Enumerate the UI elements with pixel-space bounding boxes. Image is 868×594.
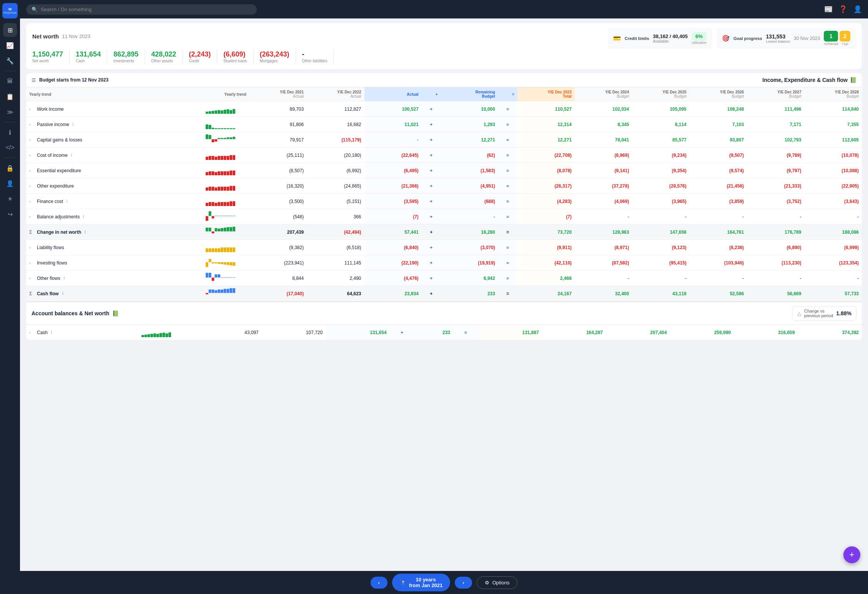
sidebar-item-trend[interactable]: 📈 [3, 38, 17, 52]
cell-0: 43,097 [205, 325, 262, 340]
th-y2028: Y/E Dec 2028Budget [804, 87, 862, 101]
expand-icon[interactable]: › [29, 122, 35, 127]
period-selector-button[interactable]: 🔭 10 yearsfrom Jan 2021 [392, 574, 450, 591]
chart-finance-cost [192, 194, 249, 209]
svg-rect-44 [215, 172, 218, 175]
cell-5: = [498, 286, 517, 301]
expand-icon[interactable]: › [29, 214, 35, 220]
expand-icon[interactable]: › [29, 276, 35, 281]
expand-icon[interactable]: › [29, 183, 35, 189]
svg-rect-6 [224, 110, 226, 114]
svg-rect-60 [233, 186, 235, 191]
section2-icon[interactable]: 📗 [112, 310, 119, 316]
expand-icon[interactable]: › [29, 153, 35, 158]
row-label-cash: ›Cashℹ [26, 325, 108, 340]
expand-icon[interactable]: › [29, 168, 35, 173]
info-icon[interactable]: ℹ [62, 291, 63, 296]
cell-10: (3,752) [747, 194, 804, 209]
sidebar-item-code[interactable]: </> [3, 141, 17, 155]
add-button[interactable]: + [843, 546, 860, 563]
cell-6: (26,317) [517, 178, 575, 194]
options-button[interactable]: ⚙ Options [477, 576, 518, 589]
th-y2023: Y/E Dec 2023Total [517, 87, 575, 101]
svg-rect-67 [224, 202, 226, 206]
svg-rect-101 [230, 247, 233, 252]
svg-rect-63 [212, 202, 215, 206]
expand-icon[interactable]: › [29, 199, 35, 204]
svg-rect-19 [233, 128, 235, 129]
cell-7: (8,971) [575, 240, 632, 255]
info-icon[interactable]: ℹ [72, 122, 74, 127]
expand-icon[interactable]: › [29, 137, 35, 143]
sidebar-item-bank[interactable]: 🏛 [3, 74, 17, 88]
logo[interactable]: W POSITION [2, 3, 18, 18]
goal-widget: 🎯 Goal progress 131,553 Lowest balance 3… [717, 28, 856, 49]
row-label-passive-income: ›Passive incomeℹ [26, 117, 192, 132]
info-icon[interactable]: ℹ [63, 276, 65, 281]
svg-rect-38 [227, 156, 229, 160]
expand-icon[interactable]: › [29, 106, 35, 112]
notifications-icon[interactable]: 📰 [824, 5, 833, 13]
cell-11: (22,905) [804, 178, 862, 194]
svg-rect-4 [218, 110, 220, 114]
svg-rect-111 [230, 262, 233, 265]
info-icon[interactable]: ℹ [71, 153, 72, 158]
section1-icon[interactable]: 📗 [850, 77, 856, 83]
achieved-badge: 1 Achieved [824, 31, 838, 46]
sidebar-item-dashboard[interactable]: ⊞ [3, 23, 17, 37]
label-text-other-expenditure: Other expenditure [37, 183, 74, 189]
sidebar-item-logout[interactable]: ↪ [3, 207, 17, 221]
cell-2: (6,840) [364, 240, 422, 255]
cell-10: 111,496 [747, 101, 804, 117]
svg-rect-17 [227, 128, 229, 129]
prev-period-button[interactable]: ‹ [371, 577, 387, 589]
svg-rect-109 [224, 262, 226, 265]
cell-11: 57,733 [804, 286, 862, 301]
info-icon[interactable]: ℹ [83, 214, 84, 219]
sigma-icon: Σ [29, 291, 35, 296]
sidebar-item-tools[interactable]: 🔧 [3, 54, 17, 68]
cell-8: - [632, 209, 689, 225]
info-icon[interactable]: ℹ [66, 199, 68, 204]
expand-icon[interactable]: › [29, 330, 35, 335]
svg-rect-87 [221, 228, 223, 231]
svg-rect-26 [224, 138, 226, 139]
sidebar-item-settings[interactable]: ☀ [3, 192, 17, 206]
section1-title-container: Income, Expenditure & Cash flow 📗 [762, 77, 856, 83]
filter-icon[interactable]: ☰ [32, 77, 36, 83]
sidebar-item-person[interactable]: 👤 [3, 176, 17, 190]
cell-2: 23,934 [364, 286, 422, 301]
expand-icon[interactable]: › [29, 245, 35, 250]
info-icon[interactable]: ℹ [84, 230, 86, 235]
sidebar-item-lock[interactable]: 🔒 [3, 161, 17, 175]
svg-rect-54 [215, 188, 218, 191]
expand-icon[interactable]: › [29, 260, 35, 266]
sidebar-item-info[interactable]: ℹ [3, 125, 17, 139]
cell-5: = [498, 209, 517, 225]
cell-7: - [575, 209, 632, 225]
svg-rect-49 [230, 170, 233, 175]
cell-3: + [422, 163, 441, 178]
svg-rect-23 [215, 139, 218, 141]
next-period-button[interactable]: › [455, 577, 472, 589]
sidebar-item-reports[interactable]: 📋 [3, 90, 17, 103]
search-bar[interactable]: 🔍 Search / Do something [26, 4, 257, 15]
net-worth-label: Net worth [32, 33, 59, 40]
label-text-finance-cost: Finance cost [37, 199, 63, 204]
sidebar-item-expand[interactable]: ≫ [3, 105, 17, 119]
cell-7: 8,345 [575, 117, 632, 132]
user-icon[interactable]: 👤 [853, 5, 862, 13]
svg-rect-66 [221, 202, 223, 206]
svg-rect-139 [150, 334, 153, 337]
row-label-cash-flow: ΣCash flowℹ [26, 286, 192, 301]
cell-0: (548) [249, 209, 307, 225]
svg-rect-117 [215, 275, 218, 278]
metric-student-loans: (6,609) Student loans [217, 49, 253, 65]
cell-8: 105,095 [632, 101, 689, 117]
help-icon[interactable]: ❓ [839, 5, 847, 13]
svg-rect-32 [209, 156, 211, 160]
info-icon[interactable]: ℹ [51, 330, 52, 335]
cell-2: (3,595) [364, 194, 422, 209]
cell-6: 73,720 [517, 225, 575, 240]
cell-0: (16,320) [249, 178, 307, 194]
